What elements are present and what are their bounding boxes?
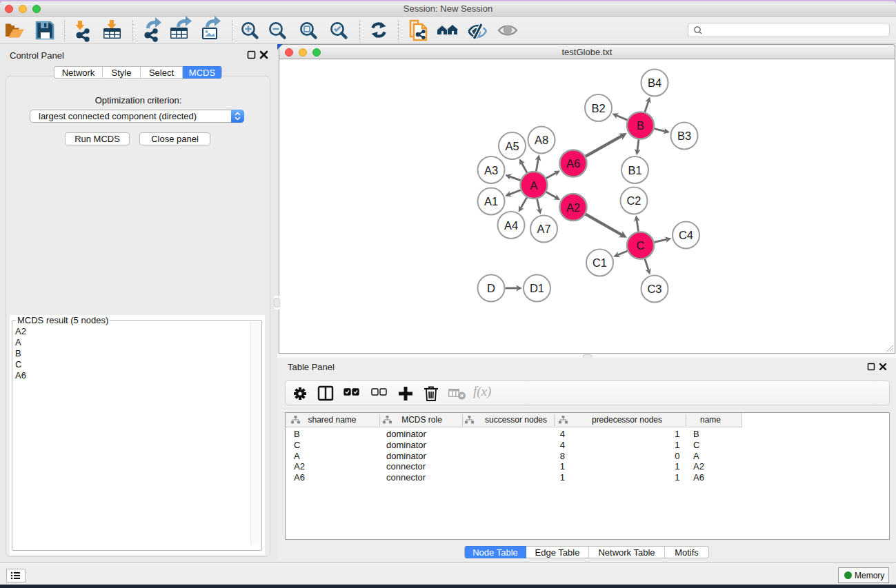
svg-text:C2: C2 — [626, 194, 641, 207]
svg-text:C3: C3 — [647, 283, 661, 295]
svg-text:B1: B1 — [628, 164, 641, 176]
svg-text:B4: B4 — [648, 77, 661, 89]
svg-text:D1: D1 — [530, 282, 544, 294]
svg-text:A2: A2 — [566, 201, 580, 214]
svg-text:C: C — [637, 239, 645, 252]
svg-text:A1: A1 — [484, 195, 498, 207]
svg-text:B2: B2 — [591, 102, 605, 114]
svg-text:A8: A8 — [535, 134, 548, 146]
svg-text:B3: B3 — [677, 130, 691, 142]
svg-text:A7: A7 — [537, 223, 550, 235]
svg-text:D: D — [487, 282, 495, 294]
svg-text:C1: C1 — [593, 256, 607, 269]
svg-text:B: B — [637, 119, 644, 132]
svg-text:A3: A3 — [484, 164, 498, 176]
svg-text:A6: A6 — [566, 157, 580, 170]
svg-text:A4: A4 — [504, 219, 518, 232]
svg-text:C4: C4 — [679, 229, 693, 241]
svg-text:A5: A5 — [505, 140, 519, 152]
svg-text:A: A — [530, 179, 537, 192]
